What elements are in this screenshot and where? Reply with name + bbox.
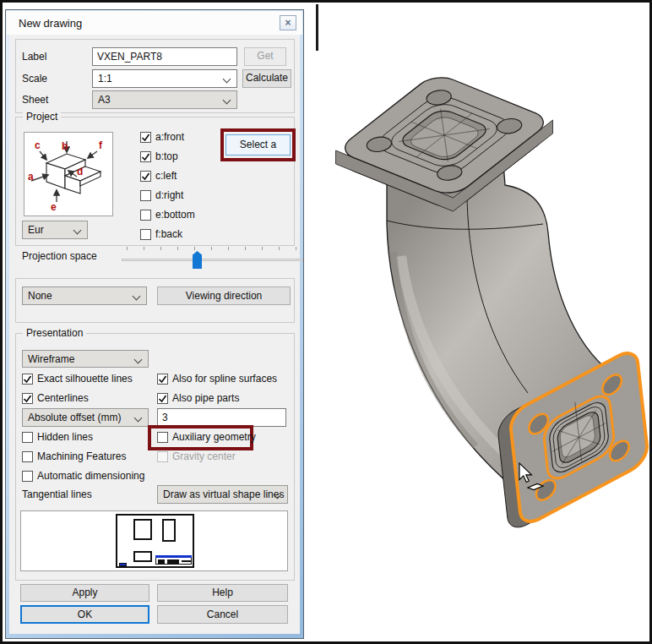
diagram-letter-c: c xyxy=(35,139,41,151)
checkbox-f-back-label: f:back xyxy=(155,228,182,241)
presentation-mode-combo[interactable]: Wireframe xyxy=(22,350,149,368)
window-edge-artifact xyxy=(316,4,318,51)
scale-field-label: Scale xyxy=(22,69,47,88)
checkbox-d-right-label: d:right xyxy=(155,189,183,202)
checkbox-a-front-label: a:front xyxy=(155,131,184,144)
checkbox-e-bottom-label: e:bottom xyxy=(155,209,195,221)
checkbox-gravity-center-label: Gravity center xyxy=(172,450,236,463)
dialog-content: Label Get Scale 1:1 Calculate Sheet A3 P… xyxy=(9,35,300,634)
checkbox-machining-features-label: Machining Features xyxy=(37,450,126,463)
diagram-letter-d: d xyxy=(77,166,83,177)
dialog-title: New drawing xyxy=(19,17,82,30)
offset-mode-combo[interactable]: Absolute offset (mm) xyxy=(22,408,149,427)
slider-track[interactable] xyxy=(122,259,303,261)
tangential-lines-label: Tangential lines xyxy=(22,485,92,504)
viewing-combo[interactable]: None xyxy=(22,287,147,305)
checkbox-also-pipe-label: Also pipe parts xyxy=(172,392,239,405)
checkbox-also-spline[interactable] xyxy=(157,374,168,385)
apply-button[interactable]: Apply xyxy=(20,584,149,602)
sheet-combo[interactable]: A3 xyxy=(92,90,237,109)
slider-thumb[interactable] xyxy=(193,251,202,269)
preview-sheet xyxy=(116,514,194,568)
label-input[interactable] xyxy=(92,47,237,66)
tangential-lines-combo[interactable]: Draw as virtual shape lines ( xyxy=(157,485,288,504)
sheet-field-label: Sheet xyxy=(22,90,48,109)
projection-standard-combo[interactable]: Eur xyxy=(22,221,88,239)
checkbox-gravity-center xyxy=(157,451,168,462)
checkbox-centerlines-label: Centerlines xyxy=(37,392,89,405)
checkbox-f-back[interactable] xyxy=(140,229,151,240)
scale-combo[interactable]: 1:1 xyxy=(92,69,237,88)
checkbox-exact-silhouette-label: Exact silhouette lines xyxy=(37,373,133,385)
diagram-letter-b: b xyxy=(62,140,68,152)
projection-diagram: a b c d e f xyxy=(24,132,113,216)
checkbox-automatic-dimensioning-label: Automatic dimensioning xyxy=(37,470,144,483)
checkbox-hidden-lines-label: Hidden lines xyxy=(37,431,93,444)
ok-button[interactable]: OK xyxy=(20,605,149,624)
offset-value-input[interactable] xyxy=(157,408,286,427)
new-drawing-dialog: New drawing × Label Get Scale 1:1 Calcul… xyxy=(5,9,304,639)
checkbox-e-bottom[interactable] xyxy=(140,210,151,221)
checkbox-centerlines[interactable] xyxy=(22,393,33,404)
checkbox-c-left-label: c:left xyxy=(155,170,177,183)
checkbox-a-front[interactable] xyxy=(140,132,151,143)
label-field-label: Label xyxy=(22,47,46,66)
calculate-button[interactable]: Calculate xyxy=(242,69,291,88)
checkbox-exact-silhouette[interactable] xyxy=(22,374,33,385)
cancel-button[interactable]: Cancel xyxy=(157,605,288,624)
viewing-direction-button[interactable]: Viewing direction xyxy=(157,287,291,305)
checkbox-auxiliary-geometry[interactable] xyxy=(157,432,168,443)
checkbox-d-right[interactable] xyxy=(140,190,151,201)
preview-title-block xyxy=(155,555,192,565)
diagram-letter-a: a xyxy=(28,171,34,183)
checkbox-b-top-label: b:top xyxy=(155,150,178,163)
project-group-title: Project xyxy=(23,111,61,123)
checkbox-b-top[interactable] xyxy=(140,151,151,162)
preview-view-1 xyxy=(133,519,152,540)
preview-view-3 xyxy=(133,551,152,562)
checkbox-automatic-dimensioning[interactable] xyxy=(22,471,33,482)
checkbox-also-spline-label: Also for spline surfaces xyxy=(172,373,277,385)
select-a-button[interactable]: Select a xyxy=(225,134,291,156)
sheet-preview xyxy=(20,510,288,571)
dialog-titlebar[interactable]: New drawing × xyxy=(7,11,302,35)
get-button[interactable]: Get xyxy=(244,47,286,66)
preview-view-2 xyxy=(162,519,176,542)
preview-logo-chip xyxy=(119,563,127,566)
presentation-group-title: Presentation xyxy=(23,327,86,339)
screenshot-canvas: New drawing × Label Get Scale 1:1 Calcul… xyxy=(0,0,652,644)
preview-title-block-bar xyxy=(155,555,192,558)
checkbox-c-left[interactable] xyxy=(140,171,151,182)
checkbox-machining-features[interactable] xyxy=(22,451,33,462)
checkbox-auxiliary-geometry-label: Auxiliary geometry xyxy=(172,431,256,444)
close-icon[interactable]: × xyxy=(280,15,296,30)
checkbox-also-pipe[interactable] xyxy=(157,393,168,404)
slider-ticks xyxy=(127,247,302,251)
projection-space-label: Projection space xyxy=(22,247,97,265)
help-button[interactable]: Help xyxy=(157,584,288,602)
diagram-letter-e: e xyxy=(51,201,57,213)
projection-space-slider[interactable] xyxy=(122,247,303,274)
model-viewport[interactable] xyxy=(311,3,652,644)
checkbox-hidden-lines[interactable] xyxy=(22,432,33,443)
diagram-letter-f: f xyxy=(99,139,103,151)
